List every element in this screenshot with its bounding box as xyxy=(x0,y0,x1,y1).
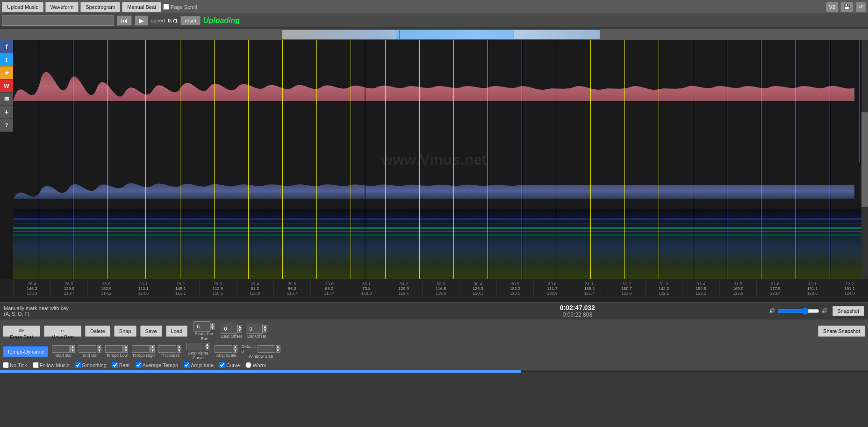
tempo-low-down[interactable]: ▼ xyxy=(123,349,128,353)
scrollbar-thumb[interactable] xyxy=(861,112,868,207)
beat-line xyxy=(761,162,761,279)
upper-waveform xyxy=(13,40,868,162)
end-bar-down[interactable]: ▼ xyxy=(97,349,101,353)
bar-offset-down[interactable]: ▼ xyxy=(263,329,267,333)
bar-offset-label: Bar Offset xyxy=(247,334,266,339)
beat-marker-col: 30-2 129.9 119.1 xyxy=(385,281,422,297)
beats-per-bar-input[interactable]: 6 xyxy=(194,321,210,332)
status-bar: Manually mark beat with key (A, S, D, F)… xyxy=(0,302,868,319)
beat-line xyxy=(796,162,796,279)
tempo-high-group: ▲ ▼ Tempo High xyxy=(132,345,155,358)
window-size-down[interactable]: ▼ xyxy=(276,349,280,353)
beat-marker-col: 30-1 73.8 118.3 xyxy=(348,281,385,297)
average-tempo-checkbox[interactable] xyxy=(136,362,142,368)
window-size-group: Default: 0 ▲ ▼ Window Size xyxy=(241,344,280,359)
start-bar-input[interactable] xyxy=(52,345,70,353)
save-button[interactable]: 💾 xyxy=(840,2,854,12)
beat-marker-col: 30-5 182.2 120.5 xyxy=(496,281,534,297)
end-bar-group: ▲ ▼ End Bar xyxy=(79,345,101,358)
snapshot-button[interactable]: Snapshot xyxy=(832,306,864,316)
tempo-high-down[interactable]: ▼ xyxy=(150,349,155,353)
beat-line xyxy=(522,40,522,162)
beat-line xyxy=(860,40,860,162)
tempo-low-input[interactable] xyxy=(105,345,123,353)
beat-offset-down[interactable]: ▼ xyxy=(237,329,242,333)
amp-alpha-input[interactable] xyxy=(187,343,204,350)
thickness-input[interactable] xyxy=(158,345,176,353)
weibo-button[interactable]: W xyxy=(0,80,13,93)
tempo-dynamic-button[interactable]: Tempo-Dynamic xyxy=(3,346,48,357)
load-beats-button[interactable]: Load xyxy=(166,326,187,337)
social-sidebar: f t ★ W ✉ + ? xyxy=(0,40,13,181)
erase-beat-button[interactable]: ✏ Erase Beat xyxy=(3,326,40,337)
bar-offset-updown: ▲ ▼ xyxy=(263,325,267,333)
overview-waveform[interactable] xyxy=(282,30,600,39)
curve-checkbox[interactable] xyxy=(219,362,225,368)
thickness-group: ▲ ▼ Thickness xyxy=(158,345,181,358)
thickness-down[interactable]: ▼ xyxy=(177,349,181,353)
beat-line xyxy=(522,162,522,279)
tempo-control-row: Tempo-Dynamic ▲ ▼ Start Bar ▲ ▼ End Bar xyxy=(3,343,865,360)
follow-music-checkbox[interactable] xyxy=(33,362,39,368)
twitter-button[interactable]: t xyxy=(0,53,13,66)
spectrogram-button[interactable]: Spectrogram xyxy=(80,2,120,12)
page-scroll-checkbox[interactable] xyxy=(163,4,169,10)
email-button[interactable]: ✉ xyxy=(0,93,13,106)
uploading-text: Uploading xyxy=(203,16,240,25)
progress-bar xyxy=(0,370,868,373)
move-beat-button[interactable]: ↔ Move Beat xyxy=(44,326,81,337)
end-bar-input[interactable] xyxy=(79,345,96,353)
track-title-input[interactable]: Chopin-Ballade No_ 1 In G Minor, Op_ 23-… xyxy=(2,15,114,26)
beat-line xyxy=(419,40,420,162)
upload-music-button[interactable]: Upload Music xyxy=(2,2,43,12)
window-size-input[interactable] xyxy=(258,345,275,353)
snap-button[interactable]: Snap xyxy=(114,326,136,337)
beats-per-bar-group: 6 ▲ ▼ Beats Per Bar xyxy=(191,321,217,341)
beat-line xyxy=(351,162,351,279)
save-beats-button[interactable]: Save xyxy=(140,326,162,337)
delete-button[interactable]: Delete xyxy=(85,326,110,337)
worm-radio[interactable] xyxy=(245,362,251,368)
time-display: 0:02:47.032 0:09:22.808 xyxy=(386,304,768,318)
beat-line xyxy=(693,162,693,279)
plus-button[interactable]: + xyxy=(0,106,13,119)
start-bar-group: ▲ ▼ Start Bar xyxy=(52,345,75,358)
waveform-button[interactable]: Waveform xyxy=(45,2,79,12)
manual-beat-button[interactable]: Manual Beat xyxy=(122,2,161,12)
window-size-label: Window Size xyxy=(249,354,273,359)
tempo-high-input[interactable] xyxy=(132,345,150,353)
refresh-button[interactable]: ↺ xyxy=(855,2,866,12)
beat-checkbox[interactable] xyxy=(112,362,118,368)
main-waveform-area[interactable]: f t ★ W ✉ + ? xyxy=(0,40,868,279)
beat-marker-col: 29-3 112.9 115.5 xyxy=(199,281,237,297)
start-bar-down[interactable]: ▼ xyxy=(70,349,75,353)
star-button[interactable]: ★ xyxy=(0,66,13,80)
tempo-low-group: ▲ ▼ Tempo Low xyxy=(105,345,128,358)
amplitude-checkbox[interactable] xyxy=(184,362,190,368)
speed-label: speed xyxy=(151,18,165,23)
beats-per-bar-label: Beats Per Bar xyxy=(191,332,217,341)
help-button[interactable]: ? xyxy=(0,119,13,132)
no-tick-checkbox[interactable] xyxy=(3,362,9,368)
amp-scale-input[interactable] xyxy=(215,345,232,353)
bar-offset-input[interactable]: 0 xyxy=(246,324,263,334)
volume-slider[interactable] xyxy=(777,307,819,315)
vertical-scrollbar[interactable] xyxy=(861,40,868,279)
beat-offset-input[interactable]: 0 xyxy=(221,324,237,334)
prev-button[interactable]: ⏮ xyxy=(117,15,132,26)
beat-marker-col: 29-5 86.3 116.7 xyxy=(273,281,311,297)
share-snapshot-button[interactable]: Share Snapshot xyxy=(818,326,865,337)
curve-checkbox-label: Curve xyxy=(219,362,240,368)
beat-marker-col: 30-6 111.7 120.9 xyxy=(533,281,571,297)
beat-marker-col: 31-5 169.0 122.9 xyxy=(719,281,757,297)
beats-per-bar-down[interactable]: ▼ xyxy=(210,326,215,330)
play-button[interactable]: ▶ xyxy=(135,15,148,26)
volume-icon: 🔊 xyxy=(769,308,775,314)
reset-button[interactable]: reset xyxy=(180,16,200,25)
smoothing-checkbox[interactable] xyxy=(75,362,81,368)
amp-scale-down[interactable]: ▼ xyxy=(233,349,237,353)
facebook-button[interactable]: f xyxy=(0,40,13,53)
beat-marker-col: 28-4 146.2 113.3 xyxy=(13,281,50,297)
amp-alpha-down[interactable]: ▼ xyxy=(205,347,209,350)
version-button[interactable]: V2 xyxy=(826,2,839,12)
